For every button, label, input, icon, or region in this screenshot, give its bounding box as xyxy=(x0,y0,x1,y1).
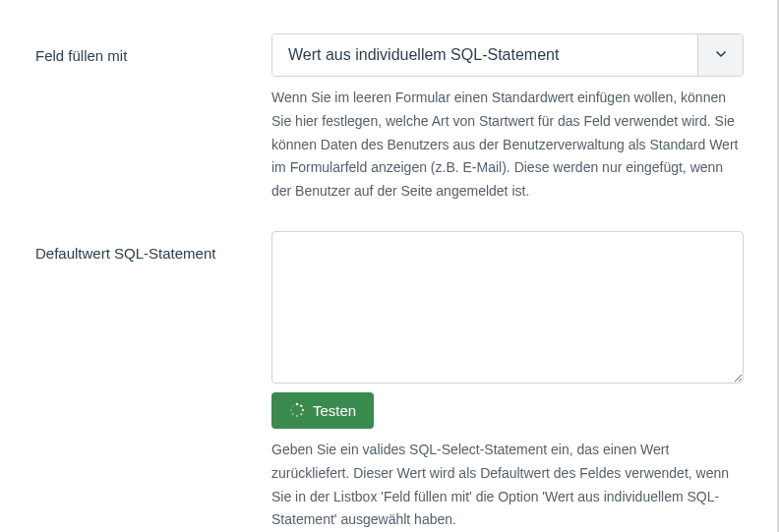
field-fill-select[interactable]: Wert aus individuellem SQL-Statement xyxy=(271,33,744,77)
svg-point-0 xyxy=(296,403,299,406)
field-fill-select-value[interactable]: Wert aus individuellem SQL-Statement xyxy=(272,34,697,76)
svg-point-2 xyxy=(302,409,304,411)
default-sql-help-text: Geben Sie ein valides SQL-Select-Stateme… xyxy=(271,439,744,532)
test-button[interactable]: Testen xyxy=(271,392,374,429)
default-sql-textarea[interactable] xyxy=(271,231,744,384)
spinner-icon xyxy=(289,402,305,418)
svg-point-6 xyxy=(290,410,292,412)
field-fill-control-col: Wert aus individuellem SQL-Statement Wen… xyxy=(271,33,744,204)
field-fill-row: Feld füllen mit Wert aus individuellem S… xyxy=(35,33,744,204)
default-sql-label: Defaultwert SQL-Statement xyxy=(35,231,271,262)
field-fill-label: Feld füllen mit xyxy=(35,33,271,64)
svg-point-7 xyxy=(292,405,294,407)
test-button-label: Testen xyxy=(313,402,356,419)
default-sql-control-col: Testen Geben Sie ein valides SQL-Select-… xyxy=(271,231,744,532)
svg-point-3 xyxy=(300,414,302,416)
chevron-down-icon xyxy=(713,46,729,65)
field-fill-select-toggle[interactable] xyxy=(697,34,743,76)
default-sql-row: Defaultwert SQL-Statement Testen Geben S… xyxy=(35,231,744,532)
svg-point-1 xyxy=(300,405,303,408)
svg-point-5 xyxy=(292,414,294,416)
field-fill-help-text: Wenn Sie im leeren Formular einen Standa… xyxy=(271,87,744,204)
svg-point-4 xyxy=(296,415,298,417)
